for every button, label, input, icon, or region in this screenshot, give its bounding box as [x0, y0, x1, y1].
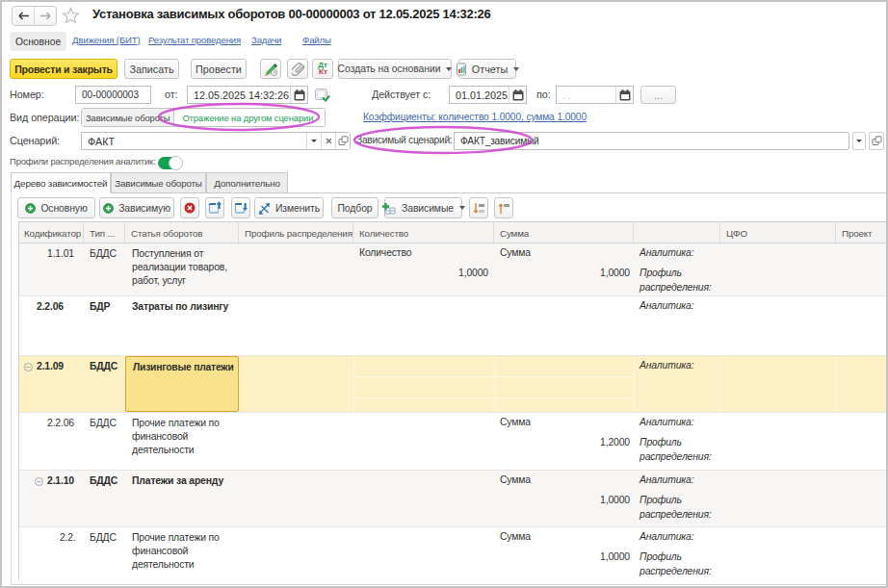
add-main-button[interactable]: Основную — [17, 197, 95, 218]
table-cell: Количество — [359, 246, 411, 260]
operation-option-other-scenario[interactable]: Отражение на другом сценарии — [174, 109, 325, 126]
dependents-menu-button[interactable]: Зависимые — [384, 197, 462, 218]
table-cell: 1,0000 — [494, 550, 630, 564]
column-header[interactable]: Количество — [353, 222, 494, 243]
table-left-border — [18, 221, 19, 580]
dependent-scenario-input[interactable]: ФАКТ_зависимый — [454, 132, 849, 150]
column-header[interactable]: Кодификатор — [18, 222, 84, 243]
table-cell: БДДС — [90, 531, 117, 545]
column-header[interactable] — [634, 222, 720, 243]
document-window: Установка зависимых оборотов 00-00000003… — [0, 0, 888, 588]
table-row[interactable]: 2.1.10БДДСПлатежи за арендуСумма1,0000Ан… — [18, 471, 886, 527]
create-based-on-label: Создать на основании — [338, 64, 441, 74]
add-table-icon — [381, 202, 397, 215]
dependent-scenario-value: ФАКТ_зависимый — [460, 136, 539, 146]
doc-arrow-up-icon — [208, 201, 222, 215]
nav-link-post-result[interactable]: Результат проведения — [148, 35, 241, 45]
delete-row-button[interactable] — [180, 197, 199, 218]
scenario-open-button[interactable] — [335, 133, 350, 149]
nav-link-movements[interactable]: Движения (БИТ) — [72, 35, 141, 45]
back-button[interactable] — [13, 7, 34, 25]
tab-dependency-tree[interactable]: Дерево зависимостей — [11, 172, 111, 193]
set-current-date-icon[interactable] — [315, 89, 330, 102]
move-down-button[interactable] — [231, 197, 250, 218]
table-row[interactable]: 2.1.09БДДС Лизинговые платежиАналитика: — [18, 356, 886, 413]
nav-link-files[interactable]: Файлы — [302, 35, 331, 45]
nav-link-tasks[interactable]: Задачи — [251, 35, 281, 45]
table-cell: 2.2.06 — [47, 417, 74, 430]
table-row[interactable]: 2.2.06БДРЗатраты по лизингуАналитика: — [18, 296, 886, 356]
column-header[interactable]: ЦФО — [720, 222, 836, 243]
coefficients-link[interactable]: Коэффициенты: количество 1.0000, сумма 1… — [363, 112, 587, 122]
table-cell: Платежи за аренду — [132, 474, 223, 488]
table-cell: БДДС — [90, 360, 118, 373]
forward-button[interactable] — [34, 7, 56, 25]
number-input[interactable]: 00-00000003 — [75, 86, 151, 104]
favorite-star-icon[interactable] — [62, 7, 80, 24]
table-cell: 1,2000 — [494, 436, 630, 449]
scenario-dropdown-button[interactable] — [306, 133, 321, 149]
post-button[interactable]: Провести — [191, 59, 247, 79]
table-cell: Прочие платежи по финансовой деятельност… — [132, 531, 237, 572]
selected-cell[interactable]: Лизинговые платежи — [125, 356, 239, 412]
page-title: Установка зависимых оборотов 00-00000003… — [92, 7, 491, 21]
pick-button[interactable]: Подбор — [331, 197, 379, 218]
column-header[interactable]: Профиль распределения — [239, 222, 353, 243]
dt-kt-icon: Дт Кт — [318, 62, 327, 76]
scenario-input[interactable]: ФАКТ — [81, 132, 351, 150]
add-dependent-button[interactable]: Зависимую — [99, 197, 174, 218]
reports-label: Отчеты — [472, 64, 508, 75]
sign-button[interactable] — [260, 59, 281, 79]
tree-collapse-icon[interactable] — [35, 477, 43, 486]
report-icon — [456, 63, 468, 76]
expand-all-button[interactable] — [469, 197, 488, 218]
nav-tab-main[interactable]: Основное — [10, 32, 66, 51]
dependent-scenario-dropdown-button[interactable] — [852, 132, 866, 150]
move-up-button[interactable] — [205, 197, 224, 218]
table-row[interactable]: 1.1.01БДДСПоступления от реализации това… — [18, 243, 886, 296]
table-cell: 1.1.01 — [47, 247, 74, 261]
table-cell: 2.2. — [60, 531, 76, 545]
save-button[interactable]: Записать — [124, 59, 179, 79]
valid-from-value: 01.01.2025 — [456, 89, 508, 101]
number-value: 00-00000003 — [82, 89, 139, 100]
tree-collapse-icon[interactable] — [24, 363, 33, 371]
valid-from-input[interactable]: 01.01.2025 — [449, 86, 527, 104]
table-cell: 2.2.06 — [37, 300, 64, 314]
operation-option-dependent-turnovers[interactable]: Зависимые обороты — [82, 109, 174, 126]
table-cell: Поступления от реализации товаров, работ… — [132, 247, 237, 288]
more-dates-button[interactable]: ... — [640, 86, 676, 104]
valid-to-input[interactable]: . . — [556, 86, 634, 104]
tab-additional[interactable]: Дополнительно — [206, 172, 288, 193]
column-header[interactable]: Статья оборотов — [125, 222, 239, 243]
table-cell: Затраты по лизингу — [132, 300, 228, 314]
history-nav — [12, 6, 57, 26]
column-header[interactable]: Сумма — [494, 222, 634, 243]
attachments-button[interactable] — [287, 59, 308, 79]
delete-circle-icon — [184, 202, 196, 214]
dependents-label: Зависимые — [402, 203, 454, 214]
table-cell: Аналитика: — [640, 416, 693, 429]
tab-dependent-turnovers[interactable]: Зависимые обороты — [111, 172, 206, 193]
dependent-scenario-open-button[interactable] — [869, 132, 884, 150]
profiles-toggle[interactable] — [158, 157, 178, 169]
table-row[interactable]: 2.2.06БДДСПрочие платежи по финансовой д… — [18, 413, 886, 471]
calendar-icon[interactable] — [290, 87, 307, 103]
calendar-icon[interactable] — [509, 87, 526, 103]
scenario-clear-button[interactable] — [321, 133, 335, 149]
add-circle-icon — [25, 203, 36, 214]
collapse-all-button[interactable] — [494, 197, 513, 218]
edit-button[interactable]: Изменить — [254, 197, 324, 218]
date-input[interactable]: 12.05.2025 14:32:26 — [187, 86, 308, 104]
valid-to-placeholder: . . — [562, 89, 571, 101]
column-header[interactable]: Тип ... — [84, 222, 125, 243]
column-header[interactable]: Проект — [836, 222, 888, 243]
table-cell: Профиль распределения: — [640, 494, 715, 522]
post-and-close-button[interactable]: Провести и закрыть — [10, 59, 118, 79]
dt-kt-button[interactable]: Дт Кт — [312, 59, 333, 79]
calendar-icon[interactable] — [615, 87, 633, 103]
create-based-on-button[interactable]: Создать на основании — [338, 59, 452, 79]
reports-button[interactable]: Отчеты — [458, 59, 516, 79]
table-row[interactable]: 2.2.БДДСПрочие платежи по финансовой дея… — [18, 527, 886, 580]
table-cell: Профиль распределения: — [640, 550, 715, 578]
